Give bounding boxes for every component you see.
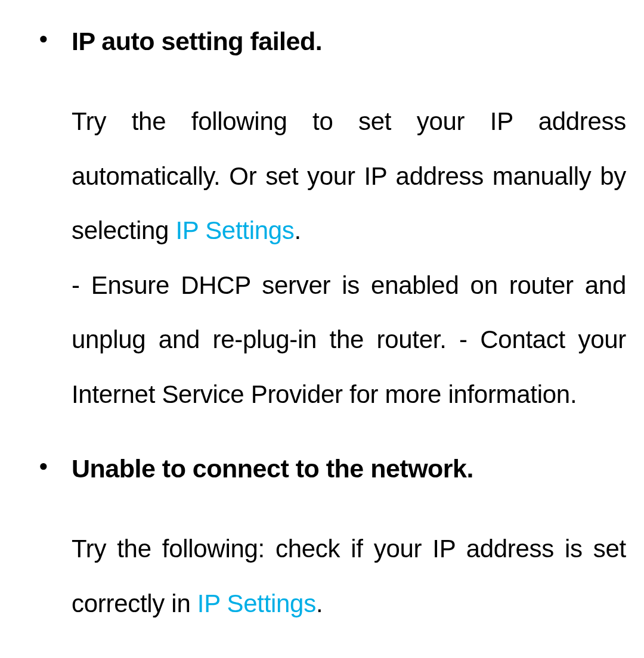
item-body: Try the following: check if your IP addr… bbox=[72, 522, 626, 631]
body-text: Try the following: check if your IP addr… bbox=[72, 535, 626, 617]
ip-settings-link[interactable]: IP Settings bbox=[197, 589, 316, 617]
list-item: Unable to connect to the network. Try th… bbox=[18, 451, 626, 631]
ip-settings-link[interactable]: IP Settings bbox=[175, 216, 294, 244]
body-text: . bbox=[295, 216, 301, 244]
item-body: Try the following to set your IP address… bbox=[72, 94, 626, 421]
body-text: Try the following to set your IP address… bbox=[72, 107, 626, 244]
item-title: IP auto setting failed. bbox=[72, 24, 626, 58]
troubleshoot-list: IP auto setting failed. Try the followin… bbox=[18, 24, 626, 631]
item-title: Unable to connect to the network. bbox=[72, 451, 626, 486]
body-text: . bbox=[316, 589, 323, 617]
body-text: - Ensure DHCP server is enabled on route… bbox=[72, 271, 626, 408]
list-item: IP auto setting failed. Try the followin… bbox=[18, 24, 626, 421]
